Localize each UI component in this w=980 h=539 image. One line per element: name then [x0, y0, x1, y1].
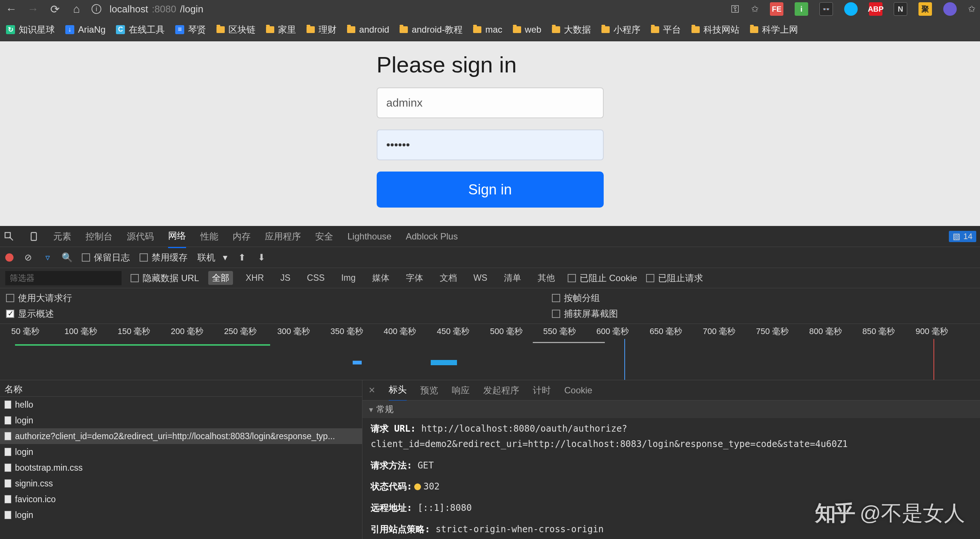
bookmark-item[interactable]: mac [473, 24, 502, 35]
devtools-tab[interactable]: Adblock Plus [406, 226, 458, 247]
filter-tag[interactable]: XHR [242, 272, 268, 284]
timeline-domcontent-line [934, 339, 934, 380]
devtools-tab[interactable]: 性能 [200, 225, 218, 248]
bookmark-item[interactable]: 科学上网 [750, 24, 798, 36]
page-title: Please sign in [377, 52, 604, 78]
filter-tag[interactable]: 清单 [500, 271, 525, 285]
favorite-icon[interactable]: ✩ [751, 4, 759, 14]
add-favorite-icon[interactable]: ✩ [968, 4, 975, 14]
network-timeline[interactable]: 50 毫秒100 毫秒150 毫秒200 毫秒250 毫秒300 毫秒350 毫… [0, 324, 980, 380]
folder-icon [216, 26, 225, 33]
detail-tab[interactable]: 发起程序 [483, 380, 519, 401]
filter-tag[interactable]: Img [337, 272, 359, 284]
request-row[interactable]: bootstrap.min.css [0, 460, 362, 475]
request-row[interactable]: favicon.ico [0, 491, 362, 507]
filter-tag[interactable]: 文档 [436, 271, 461, 285]
filter-tag[interactable]: 字体 [402, 271, 427, 285]
bookmark-label: 科技网站 [703, 24, 740, 36]
issues-badge[interactable]: ▧ 14 [949, 231, 976, 242]
close-detail-button[interactable]: ✕ [368, 386, 375, 395]
detail-tab[interactable]: Cookie [564, 381, 592, 400]
bookmark-item[interactable]: 区块链 [216, 24, 256, 36]
show-overview-checkbox[interactable]: 显示概述 [6, 308, 540, 320]
devtools-tab[interactable]: 应用程序 [265, 225, 301, 248]
filter-tag[interactable]: CSS [303, 272, 328, 284]
reload-button[interactable]: ⟳ [48, 2, 62, 16]
detail-tab[interactable]: 计时 [533, 380, 551, 401]
bookmark-item[interactable]: 大数据 [552, 24, 591, 36]
key-icon[interactable]: ⚿ [731, 4, 740, 14]
preserve-log-checkbox[interactable]: 保留日志 [82, 252, 130, 263]
ext-abp-icon[interactable]: ABP [869, 2, 883, 16]
upload-icon[interactable]: ⬆ [237, 253, 247, 262]
ext-s-icon[interactable] [943, 2, 957, 16]
bookmark-item[interactable]: 小程序 [601, 24, 640, 36]
bookmark-item[interactable]: android [347, 24, 389, 35]
column-name[interactable]: 名称 [0, 380, 362, 397]
filter-tag[interactable]: 其他 [534, 271, 558, 285]
ext-info-icon[interactable]: i [795, 2, 808, 16]
request-row[interactable]: signin.css [0, 475, 362, 491]
devtools-tab[interactable]: 元素 [53, 225, 71, 248]
devtools-tab[interactable]: 内存 [232, 225, 251, 248]
blocked-request-checkbox[interactable]: 已阻止请求 [646, 272, 703, 284]
forward-button[interactable]: → [26, 2, 40, 16]
disable-cache-checkbox[interactable]: 禁用缓存 [140, 252, 188, 263]
detail-tab[interactable]: 响应 [452, 380, 470, 401]
capture-screenshot-checkbox[interactable]: 捕获屏幕截图 [552, 308, 618, 320]
filter-input[interactable] [5, 271, 122, 285]
ext-notion-icon[interactable]: N [894, 2, 907, 16]
filter-tag[interactable]: 全部 [208, 271, 233, 285]
download-icon[interactable]: ⬇ [257, 253, 266, 262]
signin-button[interactable]: Sign in [377, 172, 604, 207]
info-icon[interactable]: i [92, 4, 101, 14]
throttling-select[interactable]: 联机 ▾ [197, 252, 228, 263]
back-button[interactable]: ← [5, 2, 18, 16]
request-row[interactable]: hello [0, 397, 362, 413]
blocked-cookie-checkbox[interactable]: 已阻止 Cookie [568, 272, 637, 284]
general-section-header[interactable]: 常规 [363, 400, 980, 418]
devtools-tab[interactable]: 网络 [168, 225, 186, 248]
filter-tag[interactable]: WS [470, 272, 491, 284]
filter-tag[interactable]: JS [277, 272, 294, 284]
bookmark-label: 知识星球 [19, 24, 55, 36]
request-row[interactable]: authorize?client_id=demo2&redirect_uri=h… [0, 428, 362, 444]
ext-circle-icon[interactable] [844, 2, 858, 16]
inspect-icon[interactable] [4, 231, 14, 242]
request-row[interactable]: login [0, 507, 362, 523]
search-icon[interactable]: 🔍 [62, 253, 72, 262]
device-icon[interactable] [29, 231, 39, 242]
bookmark-item[interactable]: 科技网站 [692, 24, 740, 36]
bookmark-item[interactable]: ↓AriaNg [65, 24, 105, 35]
home-button[interactable]: ⌂ [70, 2, 83, 16]
hide-data-url-checkbox[interactable]: 隐藏数据 URL [130, 272, 199, 284]
devtools-tab[interactable]: 控制台 [86, 225, 113, 248]
password-field[interactable] [377, 129, 604, 160]
filter-tag[interactable]: 媒体 [368, 271, 393, 285]
ext-ju-icon[interactable]: 聚 [918, 2, 932, 16]
bookmark-item[interactable]: web [513, 24, 541, 35]
use-large-rows-checkbox[interactable]: 使用大请求行 [6, 292, 540, 304]
devtools-tab[interactable]: Lighthouse [347, 226, 391, 247]
detail-tab[interactable]: 预览 [420, 380, 438, 401]
bookmark-item[interactable]: ↻知识星球 [6, 24, 55, 36]
request-row[interactable]: login [0, 444, 362, 460]
bookmark-item[interactable]: 平台 [651, 24, 681, 36]
filter-icon[interactable]: ▿ [43, 253, 52, 262]
bookmark-item[interactable]: 家里 [266, 24, 296, 36]
request-row[interactable]: login [0, 413, 362, 428]
bookmark-item[interactable]: ≡琴贤 [175, 24, 206, 36]
ext-fe-icon[interactable]: FE [770, 2, 783, 16]
record-button[interactable] [5, 254, 14, 262]
devtools-tab[interactable]: 源代码 [127, 225, 154, 248]
devtools-tab[interactable]: 安全 [315, 225, 333, 248]
bookmark-item[interactable]: C在线工具 [116, 24, 165, 36]
bookmark-item[interactable]: 理财 [307, 24, 337, 36]
ext-glasses-icon[interactable]: 👓 [819, 2, 833, 16]
clear-icon[interactable]: ⊘ [23, 253, 33, 262]
bookmark-item[interactable]: android-教程 [399, 24, 463, 36]
group-by-frame-checkbox[interactable]: 按帧分组 [552, 292, 618, 304]
address-bar[interactable]: localhost:8080/login [110, 3, 204, 15]
username-field[interactable] [377, 88, 604, 118]
detail-tab[interactable]: 标头 [389, 379, 407, 401]
